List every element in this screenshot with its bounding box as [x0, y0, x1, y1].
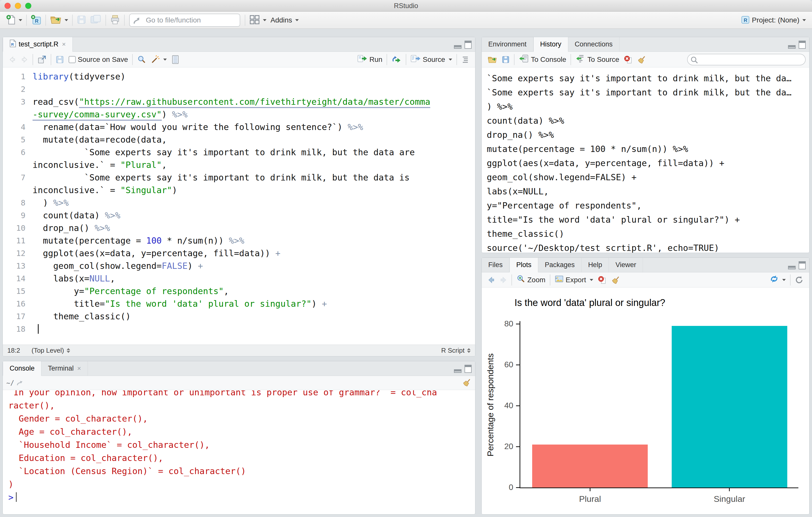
- minimize-pane-icon[interactable]: [788, 45, 795, 49]
- code-row[interactable]: 1library(tidyverse): [3, 70, 475, 83]
- history-list[interactable]: `Some experts say it's important to drin…: [482, 67, 809, 253]
- rerun-button[interactable]: [389, 55, 404, 64]
- nav-forward-button[interactable]: [19, 56, 31, 63]
- code-row[interactable]: 7 `Some experts say it's important to dr…: [3, 171, 475, 184]
- tab-files[interactable]: Files: [482, 258, 510, 272]
- history-search-input[interactable]: [687, 54, 806, 65]
- clear-plots-button[interactable]: [609, 275, 623, 284]
- maximize-pane-icon[interactable]: [799, 261, 806, 269]
- to-source-button[interactable]: To Source: [573, 54, 621, 65]
- close-icon[interactable]: ×: [62, 40, 66, 48]
- console-prompt-line[interactable]: >: [8, 491, 470, 504]
- history-entry[interactable]: title="Is the word 'data' plural or sing…: [487, 213, 804, 227]
- history-entry[interactable]: theme_classic(): [487, 227, 804, 241]
- history-search[interactable]: [687, 54, 806, 65]
- load-history-button[interactable]: [485, 55, 499, 64]
- code-row[interactable]: 3read_csv("https://raw.githubusercontent…: [3, 96, 475, 108]
- document-outline-button[interactable]: [459, 56, 472, 64]
- open-file-button[interactable]: [48, 13, 70, 27]
- console-output[interactable]: `In your opinion, how important or unimp…: [3, 390, 475, 514]
- tab-help[interactable]: Help: [582, 258, 609, 272]
- save-source-button[interactable]: [53, 55, 66, 64]
- previous-plot-button[interactable]: [485, 276, 497, 284]
- close-icon[interactable]: ×: [77, 364, 81, 372]
- file-type-indicator[interactable]: R Script: [441, 347, 465, 354]
- history-entry[interactable]: ggplot(aes(x=data, y=percentage, fill=da…: [487, 156, 804, 170]
- editor-tab[interactable]: R test_scrtipt.R ×: [3, 37, 73, 52]
- tab-terminal[interactable]: Terminal ×: [41, 361, 88, 376]
- maximize-pane-icon[interactable]: [465, 40, 472, 49]
- code-tools-button[interactable]: [148, 55, 169, 64]
- code-row[interactable]: 17 theme_classic(): [3, 310, 475, 323]
- tab-console[interactable]: Console: [3, 361, 41, 376]
- history-entry[interactable]: `Some experts say it's important to drin…: [487, 71, 804, 85]
- project-menu-button[interactable]: R Project: (None): [738, 13, 808, 27]
- history-entry[interactable]: labs(x=NULL,: [487, 184, 804, 198]
- code-row[interactable]: 6 `Some experts say it's important to dr…: [3, 146, 475, 159]
- addins-button[interactable]: Addins: [268, 13, 301, 27]
- history-entry[interactable]: y="Percentage of respondents",: [487, 198, 804, 213]
- history-entry[interactable]: ) %>%: [487, 100, 804, 114]
- jump-to-directory-icon[interactable]: [16, 379, 24, 387]
- source-button[interactable]: Source: [408, 54, 455, 65]
- save-history-button[interactable]: [499, 56, 512, 64]
- code-row[interactable]: inconclusive.` = "Singular"): [3, 184, 475, 196]
- run-button[interactable]: Run: [355, 54, 384, 65]
- code-row[interactable]: 15 y="Percentage of respondents",: [3, 285, 475, 297]
- source-on-save-checkbox[interactable]: Source on Save: [66, 56, 130, 64]
- popout-button[interactable]: [35, 55, 49, 64]
- compile-report-button[interactable]: [169, 55, 182, 64]
- new-file-button[interactable]: [4, 13, 24, 27]
- maximize-pane-icon[interactable]: [799, 40, 806, 49]
- print-button[interactable]: [108, 13, 122, 27]
- history-entry[interactable]: mutate(percentage = 100 * n/sum(n)) %>%: [487, 142, 804, 156]
- code-row[interactable]: 14 labs(x=NULL,: [3, 272, 475, 285]
- clear-history-button[interactable]: [635, 55, 649, 64]
- history-entry[interactable]: source('~/Desktop/test_scrtipt.R', echo=…: [487, 241, 804, 253]
- export-plot-button[interactable]: Export: [552, 275, 596, 285]
- code-row[interactable]: 18: [3, 323, 475, 335]
- code-row[interactable]: 5 mutate(data=recode(data,: [3, 133, 475, 146]
- tab-connections[interactable]: Connections: [568, 37, 619, 52]
- scope-indicator[interactable]: (Top Level): [32, 347, 64, 354]
- code-row[interactable]: 10 drop_na() %>%: [3, 222, 475, 234]
- history-entry[interactable]: count(data) %>%: [487, 114, 804, 128]
- nav-back-button[interactable]: [6, 56, 19, 63]
- find-replace-button[interactable]: [135, 55, 148, 64]
- remove-plot-button[interactable]: [596, 275, 609, 284]
- zoom-plot-button[interactable]: Zoom: [514, 274, 548, 285]
- save-all-button[interactable]: [88, 13, 104, 27]
- new-project-button[interactable]: R: [29, 13, 44, 27]
- code-row[interactable]: 9 count(data) %>%: [3, 209, 475, 222]
- code-row[interactable]: 12 ggplot(aes(x=data, y=percentage, fill…: [3, 247, 475, 260]
- pane-layout-button[interactable]: [247, 13, 268, 27]
- remove-entries-button[interactable]: [621, 55, 635, 64]
- next-plot-button[interactable]: [497, 276, 510, 284]
- code-row[interactable]: 2: [3, 83, 475, 96]
- maximize-pane-icon[interactable]: [465, 365, 472, 373]
- goto-file-input[interactable]: [129, 13, 240, 27]
- code-row[interactable]: 8 ) %>%: [3, 196, 475, 209]
- tab-packages[interactable]: Packages: [538, 258, 582, 272]
- save-button[interactable]: [75, 13, 88, 27]
- tab-viewer[interactable]: Viewer: [609, 258, 643, 272]
- minimize-pane-icon[interactable]: [454, 45, 462, 49]
- refresh-plot-button[interactable]: [792, 276, 806, 284]
- code-row[interactable]: -survey/comma-survey.csv") %>%: [3, 108, 475, 121]
- publish-button[interactable]: [767, 274, 788, 285]
- code-row[interactable]: 11 mutate(percentage = 100 * n/sum(n)) %…: [3, 234, 475, 247]
- minimize-pane-icon[interactable]: [788, 266, 795, 269]
- history-entry[interactable]: geom_col(show.legend=FALSE) +: [487, 170, 804, 184]
- code-row[interactable]: 16 title="Is the word 'data' plural or s…: [3, 297, 475, 310]
- clear-console-button[interactable]: [463, 378, 472, 388]
- code-editor[interactable]: 1library(tidyverse)23read_csv("https://r…: [3, 67, 475, 345]
- tab-history[interactable]: History: [533, 37, 568, 52]
- history-entry[interactable]: drop_na() %>%: [487, 128, 804, 142]
- goto-file-search[interactable]: [129, 13, 240, 27]
- code-row[interactable]: 13 geom_col(show.legend=FALSE) +: [3, 260, 475, 272]
- minimize-pane-icon[interactable]: [454, 369, 462, 373]
- code-row[interactable]: inconclusive.` = "Plural",: [3, 159, 475, 171]
- to-console-button[interactable]: To Console: [517, 54, 569, 65]
- history-entry[interactable]: `Some experts say it's important to drin…: [487, 85, 804, 100]
- tab-environment[interactable]: Environment: [482, 37, 533, 52]
